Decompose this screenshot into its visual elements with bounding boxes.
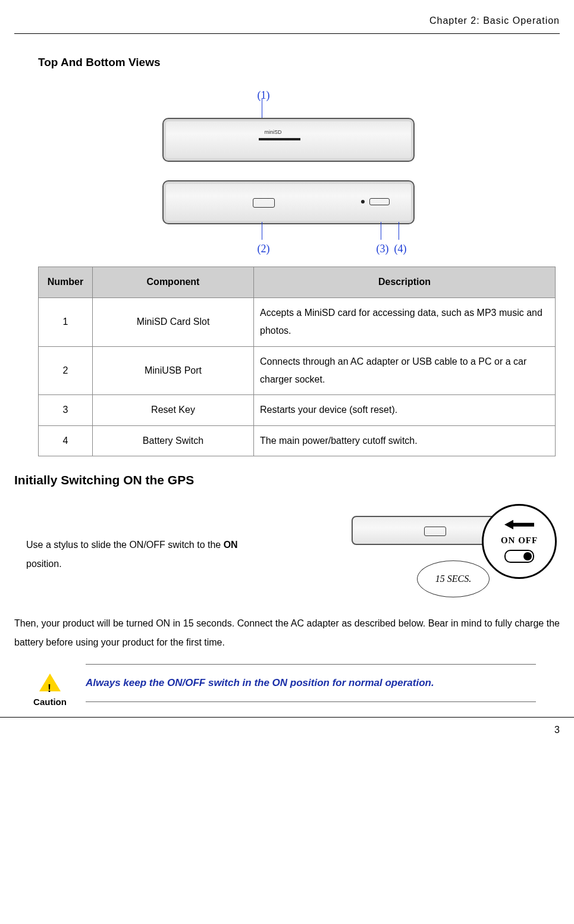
table-header-row: Number Component Description bbox=[39, 267, 556, 297]
components-table: Number Component Description 1 MiniSD Ca… bbox=[38, 267, 556, 456]
callout-2: (2) bbox=[258, 239, 270, 259]
cell-description: Connects through an AC adapter or USB ca… bbox=[254, 346, 556, 395]
section-title-top-bottom: Top And Bottom Views bbox=[38, 52, 560, 73]
cell-component: MiniUSB Port bbox=[93, 346, 254, 395]
cell-component: MiniSD Card Slot bbox=[93, 297, 254, 346]
cell-num: 1 bbox=[39, 297, 93, 346]
miniusb-port-icon bbox=[424, 527, 446, 536]
callout-1: (1) bbox=[258, 85, 270, 105]
zoom-circle: ON OFF bbox=[482, 504, 557, 579]
minisd-label: miniSD bbox=[265, 127, 282, 137]
reset-key-icon bbox=[361, 200, 365, 203]
cell-num: 3 bbox=[39, 395, 93, 425]
on-off-switch-icon bbox=[504, 550, 534, 563]
callout-3: (3) bbox=[377, 239, 389, 259]
cell-component: Reset Key bbox=[93, 395, 254, 425]
device-bottom-view bbox=[162, 180, 415, 224]
battery-switch-icon bbox=[369, 198, 390, 205]
instr-post: position. bbox=[26, 559, 62, 569]
switch-instruction: Use a stylus to slide the ON/OFF switch … bbox=[26, 535, 270, 574]
instr-bold-on: ON bbox=[224, 540, 238, 550]
th-component: Component bbox=[93, 267, 254, 297]
caution-text: Always keep the ON/OFF switch in the ON … bbox=[86, 664, 536, 702]
caution-block: Caution Always keep the ON/OFF switch in… bbox=[26, 664, 536, 711]
page-number: 3 bbox=[554, 725, 560, 735]
callout-line-2 bbox=[262, 222, 263, 240]
callout-line-3 bbox=[381, 222, 382, 240]
page-footer: 3 bbox=[0, 717, 574, 745]
minisd-slot-icon bbox=[259, 138, 300, 140]
table-row: 1 MiniSD Card Slot Accepts a MiniSD card… bbox=[39, 297, 556, 346]
on-off-label: ON OFF bbox=[501, 532, 538, 549]
table-row: 2 MiniUSB Port Connects through an AC ad… bbox=[39, 346, 556, 395]
table-row: 4 Battery Switch The main power/battery … bbox=[39, 425, 556, 456]
arrow-left-icon bbox=[504, 520, 534, 530]
figure-on-off-switch: ON OFF 15 SECS. bbox=[352, 507, 548, 602]
cell-description: Restarts your device (soft reset). bbox=[254, 395, 556, 425]
cell-description: The main power/battery cutoff switch. bbox=[254, 425, 556, 456]
table-row: 3 Reset Key Restarts your device (soft r… bbox=[39, 395, 556, 425]
cell-description: Accepts a MiniSD card for accessing data… bbox=[254, 297, 556, 346]
device-top-view: miniSD bbox=[162, 118, 415, 162]
instr-pre: Use a stylus to slide the ON/OFF switch … bbox=[26, 540, 224, 550]
running-header: Chapter 2: Basic Operation bbox=[14, 12, 560, 34]
switch-knob-icon bbox=[523, 552, 532, 560]
callout-line-4 bbox=[399, 222, 400, 240]
th-number: Number bbox=[39, 267, 93, 297]
warning-triangle-icon bbox=[39, 674, 61, 691]
cell-num: 4 bbox=[39, 425, 93, 456]
figure-top-bottom-views: (1) miniSD (2) (3) (4) bbox=[14, 85, 560, 252]
fifteen-secs-bubble: 15 SECS. bbox=[417, 560, 490, 597]
body-paragraph: Then, your product will be turned ON in … bbox=[14, 614, 560, 652]
cell-num: 2 bbox=[39, 346, 93, 395]
miniusb-port-icon bbox=[253, 198, 275, 208]
cell-component: Battery Switch bbox=[93, 425, 254, 456]
section-title-switch-on: Initially Switching ON the GPS bbox=[14, 468, 560, 492]
th-description: Description bbox=[254, 267, 556, 297]
callout-4: (4) bbox=[394, 239, 407, 259]
